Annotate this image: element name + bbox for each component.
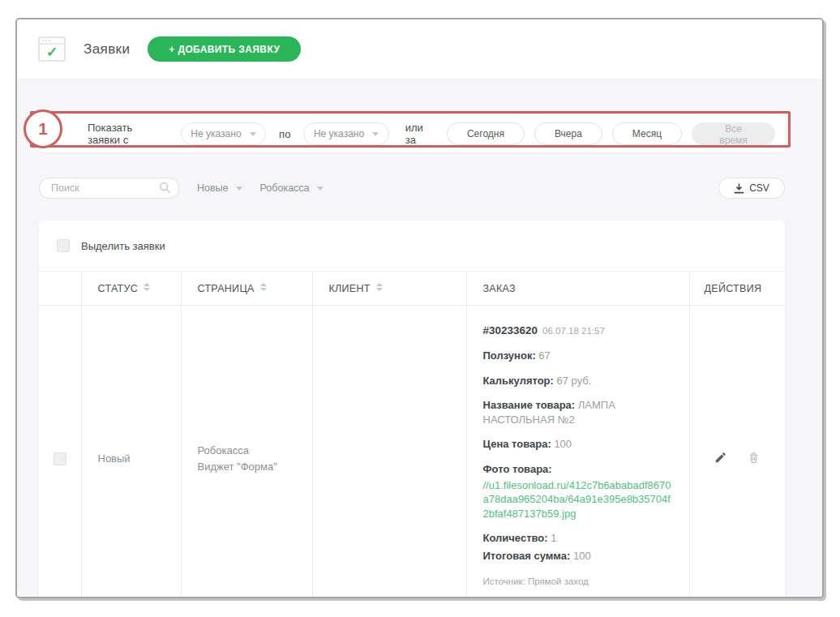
chevron-down-icon (317, 186, 324, 191)
order-field: Ползунок: 67 (483, 349, 675, 363)
status-filter-dropdown[interactable]: Новые (197, 182, 242, 194)
row-page: Робокасса Виджет "Форма" (181, 306, 312, 599)
order-source: Источник: Прямой заход (483, 576, 675, 589)
source-filter-dropdown[interactable]: Робокасса (260, 182, 324, 194)
date-from-select[interactable]: Не указано (181, 122, 266, 145)
order-id-line: #3023362006.07.18 21:57 (483, 323, 675, 338)
status-filter-value: Новые (197, 182, 229, 194)
edit-button[interactable] (713, 450, 728, 468)
order-field: Название товара: ЛАМПА НАСТОЛЬНАЯ №2 (483, 398, 675, 426)
row-order: #3023362006.07.18 21:57 Ползунок: 67 Кал… (466, 306, 689, 599)
row-client (312, 306, 466, 599)
select-all-label: Выделить заявки (81, 240, 165, 252)
preset-yesterday-button[interactable]: Вчера (534, 122, 602, 145)
search-box (39, 178, 179, 199)
export-csv-button[interactable]: CSV (718, 178, 785, 199)
requests-table: СТАТУС СТРАНИЦА КЛИЕНТ ЗАКАЗ ДЕЙСТВИЯ (39, 271, 785, 598)
source-filter-value: Робокасса (260, 182, 310, 194)
annotation-badge: 1 (24, 109, 62, 148)
order-total: Итоговая сумма: 100 (483, 549, 675, 563)
row-status: Новый (81, 306, 181, 599)
applications-icon: ✓ (38, 36, 66, 62)
csv-label: CSV (749, 182, 769, 194)
filter-label: Показать заявки с (88, 122, 168, 146)
order-id: #30233620 (483, 324, 538, 336)
page-title: Заявки (84, 41, 130, 58)
preset-today-button[interactable]: Сегодня (447, 122, 525, 145)
sort-icon (144, 283, 150, 291)
table-row: Новый Робокасса Виджет "Форма" #30233620… (39, 306, 785, 599)
order-field: Цена товара: 100 (483, 437, 675, 452)
column-header-client[interactable]: КЛИЕНТ (312, 272, 466, 306)
order-field: Калькулятор: 67 руб. (483, 374, 675, 388)
chevron-down-icon (250, 132, 256, 136)
date-filter-bar: Показать заявки с Не указано по Не указа… (39, 115, 785, 152)
delete-button[interactable] (746, 450, 761, 468)
add-request-button[interactable]: + ДОБАВИТЬ ЗАЯВКУ (148, 36, 301, 62)
table-header-row: СТАТУС СТРАНИЦА КЛИЕНТ ЗАКАЗ ДЕЙСТВИЯ (39, 272, 785, 306)
date-from-value: Не указано (191, 128, 241, 139)
app-window: ✓ Заявки + ДОБАВИТЬ ЗАЯВКУ 1 Показать за… (15, 18, 824, 598)
header-checkbox-column (39, 272, 81, 306)
or-label: или за (405, 122, 434, 146)
sort-icon (376, 283, 383, 291)
order-photo: Фото товара: //u1.filesonload.ru/412c7b6… (483, 462, 675, 521)
date-to-value: Не указано (314, 128, 364, 139)
trash-icon (748, 452, 760, 464)
order-quantity: Количество: 1 (483, 531, 675, 546)
select-all-row: Выделить заявки (39, 221, 785, 271)
photo-link[interactable]: //u1.filesonload.ru/412c7b6ababadf8670a7… (483, 478, 675, 521)
column-header-order: ЗАКАЗ (466, 272, 689, 306)
select-all-checkbox[interactable] (57, 239, 70, 252)
page-header: ✓ Заявки + ДОБАВИТЬ ЗАЯВКУ (17, 19, 822, 79)
download-icon (734, 183, 744, 194)
date-to-select[interactable]: Не указано (303, 122, 388, 145)
chevron-down-icon (236, 186, 242, 191)
sort-icon (260, 283, 267, 291)
order-datetime: 06.07.18 21:57 (542, 326, 605, 336)
preset-alltime-button[interactable]: Все время (692, 122, 775, 145)
row-checkbox-cell (39, 306, 81, 599)
check-icon: ✓ (40, 44, 64, 60)
row-actions (689, 306, 785, 599)
chevron-down-icon (372, 132, 379, 136)
between-label: по (279, 128, 290, 140)
content-area: 1 Показать заявки с Не указано по Не ука… (17, 79, 822, 597)
toolbar: Новые Робокасса CSV (39, 177, 785, 199)
row-checkbox[interactable] (54, 452, 66, 465)
pencil-icon (714, 452, 726, 464)
preset-month-button[interactable]: Месяц (612, 122, 682, 145)
column-header-actions: ДЕЙСТВИЯ (689, 272, 785, 306)
search-icon (159, 182, 171, 194)
column-header-status[interactable]: СТАТУС (81, 272, 181, 306)
requests-table-card: Выделить заявки СТАТУС СТРАНИЦА (39, 221, 785, 598)
column-header-page[interactable]: СТРАНИЦА (181, 272, 312, 306)
